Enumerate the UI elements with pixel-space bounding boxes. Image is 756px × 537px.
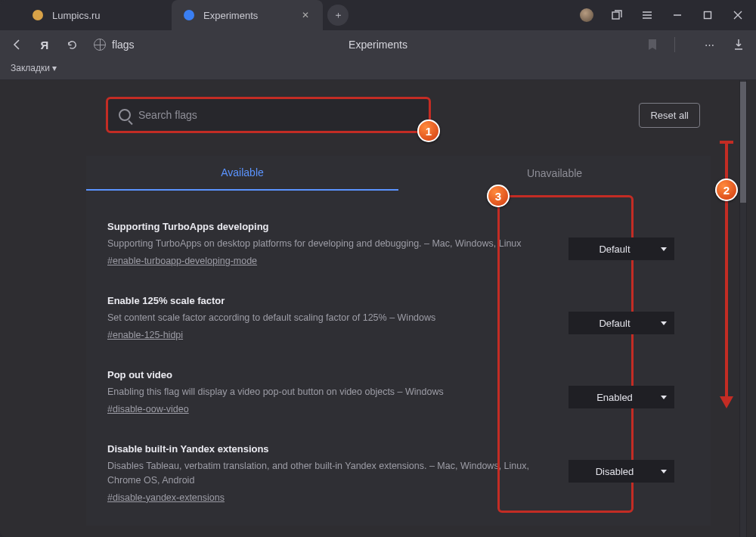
download-icon[interactable]: [732, 38, 745, 51]
reload-icon[interactable]: [65, 38, 79, 51]
page-viewport: Search flags 1 Reset all Available Unava…: [0, 80, 756, 537]
flag-select[interactable]: Default: [569, 237, 674, 260]
menu-icon[interactable]: [640, 8, 654, 22]
back-icon[interactable]: [11, 38, 24, 51]
tab-label: Lumpics.ru: [52, 10, 101, 21]
flags-card: Available Unavailable 3 Supporting Turbo…: [86, 156, 711, 526]
flask-icon: [184, 10, 194, 20]
flag-desc: Set content scale factor according to de…: [107, 311, 553, 324]
flag-title: Pop out video: [107, 369, 553, 380]
minimize-icon[interactable]: [671, 8, 684, 22]
annotation-arrow-head: [720, 396, 733, 408]
svg-rect-1: [705, 12, 711, 19]
flag-title: Supporting TurboApps developing: [107, 221, 553, 232]
tab-available[interactable]: Available: [86, 156, 398, 191]
flag-anchor[interactable]: #enable-125-hidpi: [107, 330, 183, 340]
flag-desc: Disables Tableau, verbatim translation, …: [107, 459, 553, 486]
more-icon[interactable]: ⋯: [703, 38, 717, 51]
titlebar: Lumpics.ru Experiments ✕ ＋: [0, 0, 756, 30]
page-title: Experiments: [349, 39, 407, 51]
profile-avatar[interactable]: [580, 8, 593, 22]
reset-all-button[interactable]: Reset all: [639, 103, 700, 128]
flag-title: Enable 125% scale factor: [107, 295, 553, 306]
new-tab-button[interactable]: ＋: [327, 5, 349, 26]
scrollbar-thumb[interactable]: [740, 82, 746, 203]
flag-row: Enable 125% scale factor Set content sca…: [107, 295, 689, 340]
flag-row: Disable built-in Yandex extensions Disab…: [107, 443, 689, 502]
flag-select[interactable]: Enabled: [569, 386, 674, 408]
globe-icon: [94, 39, 106, 51]
flag-desc: Supporting TurboApps on desktop platform…: [107, 237, 553, 250]
flag-row: Pop out video Enabling this flag will di…: [107, 369, 689, 414]
tab-lumpics[interactable]: Lumpics.ru: [20, 0, 172, 30]
bookmarks-bar[interactable]: Закладки ▾: [0, 59, 756, 80]
svg-rect-0: [612, 12, 619, 19]
flag-select[interactable]: Disabled: [569, 460, 674, 483]
search-placeholder: Search flags: [138, 109, 197, 121]
flag-anchor[interactable]: #disable-yandex-extensions: [107, 492, 225, 503]
bookmark-icon[interactable]: [646, 38, 659, 51]
flag-title: Disable built-in Yandex extensions: [107, 443, 553, 455]
flag-tabs: Available Unavailable: [86, 156, 711, 191]
window-controls: [580, 0, 745, 30]
nav-bar: Я flags Experiments ⋯: [0, 30, 756, 59]
yandex-home-icon[interactable]: Я: [38, 38, 51, 51]
annotation-badge-1: 1: [417, 120, 440, 142]
flag-select[interactable]: Default: [569, 312, 674, 334]
address-text: flags: [112, 39, 135, 51]
flag-anchor[interactable]: #disable-oow-video: [107, 404, 189, 414]
experiments-page: Search flags 1 Reset all Available Unava…: [0, 80, 739, 537]
flags-list: 3 Supporting TurboApps developing Suppor…: [86, 191, 711, 511]
address-bar[interactable]: flags: [92, 39, 136, 51]
tab-unavailable[interactable]: Unavailable: [398, 156, 711, 191]
annotation-badge-2: 2: [715, 178, 738, 201]
tab-strip: Lumpics.ru Experiments ✕ ＋: [20, 0, 349, 30]
search-input[interactable]: Search flags: [106, 97, 431, 133]
flag-desc: Enabling this flag will display a video …: [107, 385, 553, 399]
search-icon: [119, 109, 131, 121]
bookmarks-label: Закладки ▾: [11, 63, 57, 73]
favicon-icon: [33, 10, 43, 20]
tab-label: Experiments: [203, 10, 258, 21]
tab-experiments[interactable]: Experiments ✕: [172, 0, 323, 30]
close-window-icon[interactable]: [731, 8, 745, 22]
flag-anchor[interactable]: #enable-turboapp-developing-mode: [107, 256, 257, 266]
collections-icon[interactable]: [610, 8, 624, 22]
browser-window: Lumpics.ru Experiments ✕ ＋ Я flags Exper: [0, 0, 756, 537]
maximize-icon[interactable]: [701, 8, 714, 22]
annotation-badge-3: 3: [487, 185, 510, 207]
flags-topbar: Search flags 1 Reset all: [0, 97, 739, 133]
close-icon[interactable]: ✕: [300, 10, 311, 20]
flag-row: Supporting TurboApps developing Supporti…: [107, 221, 689, 266]
vertical-scrollbar[interactable]: [739, 80, 747, 537]
